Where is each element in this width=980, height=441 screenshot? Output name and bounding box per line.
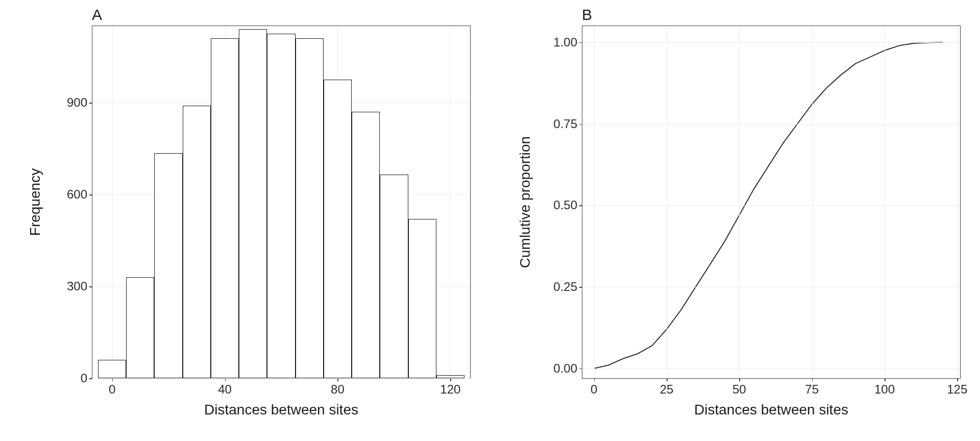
grid-v (957, 26, 958, 378)
histogram-bar (183, 106, 211, 378)
x-tick-label: 0 (109, 382, 115, 397)
grid-v (667, 26, 667, 378)
x-tick-label: 75 (805, 382, 819, 397)
y-tick-label: 0.50 (553, 198, 577, 212)
y-tick-mark (89, 194, 92, 195)
panel-b: B Distances between sites Cumlutive prop… (490, 0, 980, 441)
x-tick-label: 125 (947, 382, 967, 397)
y-tick-label: 0 (81, 371, 87, 385)
histogram-bar (296, 38, 324, 378)
y-tick-label: 1.00 (553, 35, 577, 50)
y-tick-mark (579, 205, 582, 206)
y-tick-mark (579, 42, 582, 43)
x-tick-label: 120 (440, 382, 460, 397)
grid-h (582, 287, 960, 287)
histogram-bar (408, 219, 436, 378)
panel-a-plot-area: Distances between sites Frequency 040801… (92, 26, 471, 379)
panel-a: A Distances between sites Frequency 0408… (0, 0, 490, 441)
grid-v (739, 26, 740, 378)
y-tick-mark (579, 287, 582, 288)
x-tick-label: 80 (331, 382, 345, 397)
histogram-bar (380, 175, 408, 378)
grid-h (582, 205, 960, 206)
y-tick-label: 600 (67, 187, 87, 202)
grid-v (594, 26, 595, 378)
histogram-bar (324, 80, 352, 378)
histogram-bar (352, 112, 380, 378)
y-tick-label: 0.00 (553, 361, 577, 376)
x-tick-mark (812, 378, 813, 381)
y-tick-label: 0.75 (553, 117, 577, 131)
grid-v (885, 26, 885, 378)
histogram-bar (239, 29, 267, 378)
x-tick-label: 50 (732, 382, 746, 397)
y-tick-label: 300 (67, 279, 87, 293)
grid-v (450, 26, 451, 378)
x-tick-mark (739, 378, 740, 381)
histogram-bar (126, 277, 154, 378)
grid-h (582, 42, 960, 43)
panel-a-ylabel: Frequency (27, 168, 43, 236)
grid-h (582, 124, 960, 125)
grid-h (92, 378, 470, 379)
panel-a-tag: A (92, 6, 102, 23)
panel-b-ylabel: Cumlutive proportion (517, 136, 533, 268)
y-tick-mark (579, 124, 582, 125)
panel-a-xlabel: Distances between sites (204, 402, 358, 418)
histogram-bar (98, 360, 126, 378)
histogram-bar (436, 375, 464, 378)
x-tick-label: 40 (218, 382, 232, 397)
y-tick-mark (89, 378, 92, 379)
histogram-bar (211, 38, 239, 378)
y-tick-mark (89, 286, 92, 287)
x-tick-label: 25 (660, 382, 674, 397)
grid-h (582, 369, 960, 369)
y-tick-mark (579, 369, 582, 370)
grid-v (112, 26, 113, 378)
figure: A Distances between sites Frequency 0408… (0, 0, 980, 441)
histogram-bar (267, 34, 295, 378)
x-tick-mark (885, 378, 886, 381)
x-tick-label: 100 (874, 382, 895, 397)
y-tick-label: 900 (67, 95, 87, 110)
x-tick-mark (957, 378, 958, 381)
panel-b-plot-area: Distances between sites Cumlutive propor… (582, 26, 961, 379)
panel-b-xlabel: Distances between sites (694, 402, 848, 418)
grid-v (812, 26, 813, 378)
x-tick-mark (667, 378, 668, 381)
panel-b-line-svg (582, 26, 960, 378)
y-tick-label: 0.25 (553, 280, 577, 294)
panel-b-tag: B (582, 6, 592, 23)
y-tick-mark (89, 103, 92, 104)
x-tick-label: 0 (591, 382, 597, 397)
histogram-bar (154, 153, 182, 378)
x-tick-mark (594, 378, 595, 381)
